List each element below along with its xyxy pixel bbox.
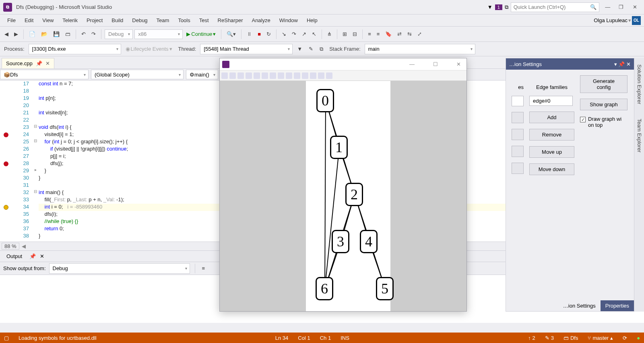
graph-node-3[interactable]: 3 xyxy=(332,230,349,253)
settings-menu-icon[interactable]: ▾ xyxy=(614,61,617,67)
thread-tool-2[interactable]: ✎ xyxy=(307,45,315,53)
stackframe-combo[interactable]: main xyxy=(365,44,475,54)
pause-button[interactable]: ⏸ xyxy=(245,30,254,38)
minimize-button[interactable]: — xyxy=(602,4,614,10)
output-from-combo[interactable]: Debug xyxy=(49,263,190,274)
tab-properties[interactable]: Properties xyxy=(601,300,634,311)
nav-back-button[interactable]: ◀ xyxy=(2,30,10,38)
graph-save-icon[interactable] xyxy=(278,72,284,79)
pin-icon[interactable]: 📌 xyxy=(36,60,42,66)
remove-button[interactable]: Remove xyxy=(529,129,574,141)
bookmark-icon[interactable]: 🔖 xyxy=(383,30,394,38)
output-pin-icon[interactable]: 📌 xyxy=(29,253,36,259)
tool-icon-3[interactable]: ⊟ xyxy=(351,30,359,38)
continue-button[interactable]: ▶ Continue ▾ xyxy=(184,30,218,38)
menu-resharper[interactable]: ReSharper xyxy=(214,16,247,25)
menu-debug[interactable]: Debug xyxy=(128,16,151,25)
settings-btn-trunc-4[interactable] xyxy=(512,163,524,174)
graph-print-icon[interactable] xyxy=(310,72,316,79)
menu-telerik[interactable]: Telerik xyxy=(58,16,82,25)
menu-view[interactable]: View xyxy=(38,16,58,25)
graph-fit-icon[interactable] xyxy=(246,72,252,79)
tool-icon[interactable]: ⋔ xyxy=(325,30,334,38)
menu-test[interactable]: Test xyxy=(195,16,213,25)
status-live-icon[interactable]: ● xyxy=(637,335,640,341)
settings-close-icon[interactable]: ✕ xyxy=(626,61,631,67)
graph-open-icon[interactable] xyxy=(302,72,308,79)
menu-edit[interactable]: Edit xyxy=(21,16,37,25)
graph-home-icon[interactable] xyxy=(221,72,228,79)
graph-edit-icon[interactable] xyxy=(326,72,332,79)
draw-on-top-checkbox[interactable]: ✓ Draw graph wi on top xyxy=(580,116,627,128)
settings-header[interactable]: …ion Settings ▾ 📌 ✕ xyxy=(506,58,634,70)
feedback-icon[interactable]: ⧉ xyxy=(505,4,508,10)
graph-zoomin-icon[interactable] xyxy=(229,72,236,79)
graph-node-4[interactable]: 4 xyxy=(360,230,378,253)
settings-input-trunc[interactable] xyxy=(512,96,524,106)
restart-button[interactable]: ↻ xyxy=(264,30,273,38)
platform-combo[interactable]: x86 xyxy=(134,29,183,39)
graph-node-2[interactable]: 2 xyxy=(345,183,363,206)
graph-canvas[interactable]: 0123465 xyxy=(220,81,466,311)
tab-close-icon[interactable]: ✕ xyxy=(45,60,50,66)
filter-icon[interactable]: ▼ xyxy=(487,4,493,10)
edge-family-input[interactable]: edge#0 xyxy=(529,96,573,106)
graph-titlebar[interactable]: — ☐ ✕ xyxy=(220,58,466,70)
nav-fwd-button[interactable]: ▶ xyxy=(12,30,20,38)
step-back-button[interactable]: ↖ xyxy=(310,30,318,38)
settings-btn-trunc-3[interactable] xyxy=(512,146,524,157)
move-down-button[interactable]: Move down xyxy=(529,163,574,175)
save-all-button[interactable]: 🗃 xyxy=(63,30,72,38)
process-combo[interactable]: [3300] Dfs.exe xyxy=(29,44,121,54)
menu-tools[interactable]: Tools xyxy=(174,16,194,25)
graph-zoomout-icon[interactable] xyxy=(237,72,244,79)
menu-file[interactable]: File xyxy=(3,16,20,25)
notification-badge[interactable]: 1 xyxy=(495,4,502,10)
scroll-left-icon[interactable]: ◀ xyxy=(22,243,26,249)
step-over-button[interactable]: ↷ xyxy=(290,30,298,38)
team-explorer-tab[interactable]: Team Explorer xyxy=(635,116,644,156)
show-graph-button[interactable]: Show graph xyxy=(580,99,627,110)
tab-source-cpp[interactable]: Source.cpp 📌 ✕ xyxy=(2,58,54,68)
graph-refresh-icon[interactable] xyxy=(254,72,260,79)
quick-launch-input[interactable]: Quick Launch (Ctrl+Q) 🔍 xyxy=(511,2,599,12)
function-combo[interactable]: ⚙ main() xyxy=(186,70,218,79)
menu-project[interactable]: Project xyxy=(83,16,107,25)
graph-tree-icon[interactable] xyxy=(318,72,324,79)
graph-node-5[interactable]: 5 xyxy=(376,277,394,300)
user-name[interactable]: Olga Lupuleac xyxy=(594,17,627,23)
scope-combo[interactable]: (Global Scope) xyxy=(91,70,184,79)
namespace-combo[interactable]: 📦 Dfs xyxy=(0,70,89,79)
output-close-icon[interactable]: ✕ xyxy=(40,253,44,259)
graph-node-6[interactable]: 6 xyxy=(316,277,333,300)
menu-build[interactable]: Build xyxy=(107,16,127,25)
thread-tool-1[interactable]: ▼ xyxy=(295,45,304,53)
maximize-button[interactable]: ❐ xyxy=(615,4,627,10)
status-branch[interactable]: ⑂ master ▴ xyxy=(588,335,613,341)
config-combo[interactable]: Debug xyxy=(105,29,133,39)
move-up-button[interactable]: Move up xyxy=(529,146,574,158)
menu-team[interactable]: Team xyxy=(153,16,173,25)
user-avatar[interactable]: OL xyxy=(632,16,641,25)
thread-tool-3[interactable]: ⧉ xyxy=(318,45,325,54)
tool-icon-8[interactable]: ⤢ xyxy=(415,30,424,38)
graph-node-1[interactable]: 1 xyxy=(330,136,348,159)
status-repo[interactable]: 🗃 Dfs xyxy=(564,335,578,341)
tab-settings[interactable]: …ion Settings xyxy=(558,300,601,311)
status-sync-icon[interactable]: ⟳ xyxy=(623,335,627,341)
open-button[interactable]: 📂 xyxy=(39,30,50,38)
tool-icon-2[interactable]: ⊞ xyxy=(341,30,349,38)
output-tool-icon[interactable]: ≡ xyxy=(200,264,207,273)
graph-minimize-button[interactable]: — xyxy=(406,61,418,67)
solution-explorer-tab[interactable]: Solution Explorer xyxy=(635,61,644,107)
step-out-button[interactable]: ↗ xyxy=(300,30,308,38)
menu-window[interactable]: Window xyxy=(275,16,302,25)
stop-button[interactable]: ■ xyxy=(256,30,263,38)
close-button[interactable]: ✕ xyxy=(629,4,641,10)
graph-node-0[interactable]: 0 xyxy=(316,89,334,112)
graph-tool-b-icon[interactable] xyxy=(294,72,300,79)
generate-config-button[interactable]: Generate config xyxy=(580,75,627,93)
graph-viewer-window[interactable]: — ☐ ✕ 0123465 xyxy=(219,58,467,312)
menu-help[interactable]: Help xyxy=(303,16,322,25)
status-publish[interactable]: ↑ 2 xyxy=(528,335,535,341)
